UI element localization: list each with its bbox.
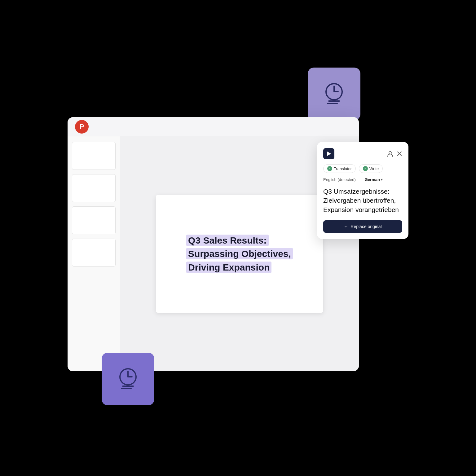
source-language: English (detected) bbox=[323, 177, 356, 182]
user-icon-button[interactable] bbox=[387, 150, 394, 157]
clock-chart-icon-top bbox=[320, 80, 348, 108]
slide-canvas: Q3 Sales Results: Surpassing Objectives,… bbox=[156, 195, 323, 313]
chevron-down-icon: ▾ bbox=[381, 178, 383, 182]
slide-thumb-2[interactable] bbox=[72, 174, 116, 202]
slide-title-line3: Driving Expansion bbox=[186, 262, 271, 273]
replace-btn-label: Replace original bbox=[350, 224, 381, 229]
slide-sidebar bbox=[68, 136, 120, 371]
panel-logo-icon bbox=[325, 150, 332, 157]
language-row: English (detected) → German ▾ bbox=[323, 177, 402, 182]
close-icon-button[interactable] bbox=[397, 151, 402, 156]
float-icon-bottom-left bbox=[102, 353, 154, 405]
window-topbar: P bbox=[68, 117, 359, 136]
translator-badge[interactable]: ✓ Translator bbox=[323, 164, 356, 173]
scene: P Q3 Sales Results: Surpassing Objective… bbox=[68, 68, 408, 408]
write-check-icon: ✓ bbox=[363, 166, 368, 171]
badge-row: ✓ Translator ✓ Write bbox=[323, 164, 402, 173]
translator-badge-label: Translator bbox=[334, 166, 352, 171]
replace-original-button[interactable]: ← Replace original bbox=[323, 220, 402, 233]
svg-marker-10 bbox=[327, 152, 331, 156]
translator-check-icon: ✓ bbox=[327, 166, 332, 171]
panel-header bbox=[323, 148, 402, 159]
slide-thumb-1[interactable] bbox=[72, 142, 116, 170]
slide-thumb-3[interactable] bbox=[72, 206, 116, 234]
slide-title: Q3 Sales Results: Surpassing Objectives,… bbox=[186, 234, 293, 274]
main-window: P Q3 Sales Results: Surpassing Objective… bbox=[68, 117, 359, 371]
translation-panel: ✓ Translator ✓ Write English (detected) … bbox=[317, 142, 408, 239]
target-language-selector[interactable]: German ▾ bbox=[365, 177, 383, 182]
replace-arrow-icon: ← bbox=[344, 224, 348, 229]
slide-thumb-4[interactable] bbox=[72, 239, 116, 267]
window-body: Q3 Sales Results: Surpassing Objectives,… bbox=[68, 136, 359, 371]
clock-chart-icon-bottom bbox=[114, 365, 142, 393]
write-badge[interactable]: ✓ Write bbox=[359, 164, 383, 173]
panel-header-icons bbox=[387, 150, 402, 157]
panel-logo bbox=[323, 148, 334, 159]
translation-output: Q3 Umsatzergebnisse: Zielvorgaben übertr… bbox=[323, 187, 402, 214]
lang-arrow: → bbox=[358, 177, 362, 182]
slide-title-line2: Surpassing Objectives, bbox=[186, 248, 293, 259]
slide-title-line1: Q3 Sales Results: bbox=[186, 235, 268, 246]
float-icon-top-right bbox=[308, 68, 360, 120]
powerpoint-icon: P bbox=[75, 120, 89, 134]
svg-point-11 bbox=[389, 152, 391, 154]
write-badge-label: Write bbox=[369, 166, 379, 171]
